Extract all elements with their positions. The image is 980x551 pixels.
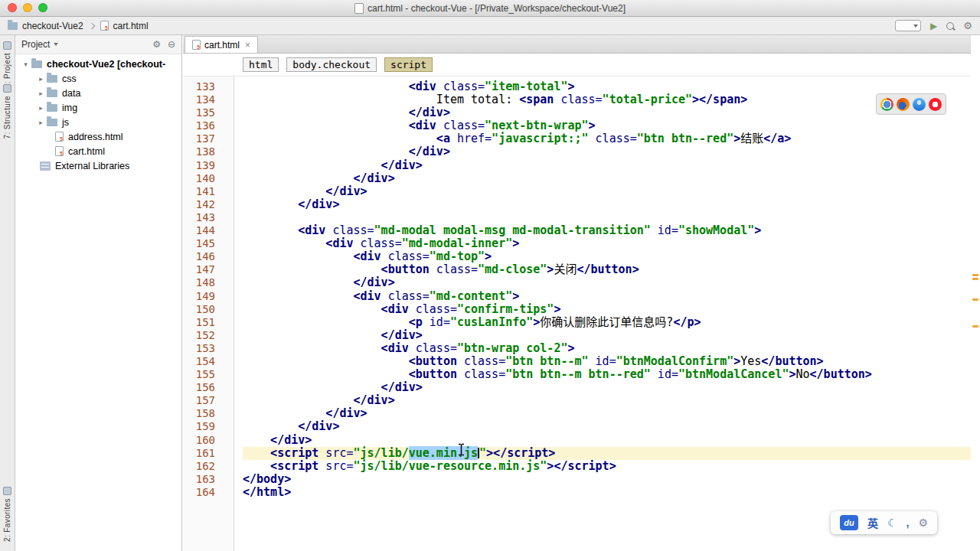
nav-file[interactable]: cart.html (113, 21, 149, 31)
run-icon[interactable]: ▶ (930, 21, 937, 31)
chevron-right-icon[interactable]: ▸ (37, 119, 45, 126)
chevron-down-icon[interactable] (54, 43, 58, 46)
chevron-right-icon[interactable]: ▸ (37, 75, 45, 83)
code-token: "md-top" (430, 249, 485, 263)
code-line[interactable]: <p id="cusLanInfo">你确认删除此订单信息吗?</p> (243, 316, 971, 329)
ime-punctuation-toggle[interactable]: , (906, 517, 910, 529)
tree-item-data[interactable]: ▸ data (15, 86, 181, 100)
tree-item-address-html[interactable]: address.html (15, 129, 181, 144)
code-token: <div (381, 302, 416, 316)
nav-project[interactable]: checkout-Vue2 (22, 21, 83, 31)
chevron-down-icon[interactable]: ▾ (21, 60, 30, 68)
code-line[interactable]: <div class="btn-wrap col-2"> (243, 342, 971, 355)
code-line[interactable]: <button class="btn btn--m btn--red" id="… (243, 368, 971, 381)
breadcrumb-body-checkout[interactable]: body.checkout (286, 57, 377, 72)
chevron-right-icon[interactable]: ▸ (37, 104, 45, 112)
moon-icon[interactable]: ☾ (887, 517, 897, 528)
code-line[interactable]: </div> (243, 198, 971, 211)
code-token: 结账 (740, 132, 763, 145)
code-line[interactable]: <div class="item-total"> (243, 80, 971, 93)
tree-item-external-libraries[interactable]: External Libraries (15, 158, 181, 173)
code-token: id= (430, 315, 450, 329)
code-line[interactable]: </body> (243, 473, 971, 486)
scrollbar-marker[interactable] (972, 274, 978, 276)
baidu-ime-icon[interactable]: du (840, 515, 858, 530)
collapse-all-icon[interactable]: ⊖ (168, 40, 175, 49)
breadcrumb-html[interactable]: html (243, 57, 279, 72)
code-line[interactable]: <div class="md-modal modal-msg md-modal-… (243, 224, 971, 237)
code-token: <div (409, 119, 443, 132)
scrollbar-marker[interactable] (972, 298, 978, 301)
firefox-icon[interactable] (897, 98, 910, 111)
breadcrumb-script[interactable]: script (384, 57, 433, 72)
line-number: 159 (183, 420, 234, 433)
ime-toolbar[interactable]: du 英 ☾ , ⚙ (831, 511, 937, 534)
code-line[interactable] (243, 211, 971, 224)
error-stripe[interactable] (971, 35, 980, 551)
code-line[interactable]: </div> (243, 185, 971, 198)
code-token: class= (332, 223, 374, 237)
code-line[interactable]: </div> (243, 106, 971, 119)
code-token: </div> (409, 145, 450, 158)
code-line[interactable]: <a href="javascript:;" class="btn btn--r… (243, 132, 971, 145)
tree-item-root[interactable]: ▾ checkout-Vue2 [checkout- (15, 57, 181, 71)
scrollbar-marker[interactable] (972, 278, 978, 280)
code-line[interactable]: Item total: <span class="total-price"></… (243, 93, 971, 106)
code-line[interactable]: </div> (243, 145, 971, 158)
zoom-window-button[interactable] (38, 3, 47, 12)
code-line[interactable]: <div class="md-content"> (243, 290, 971, 303)
tool-button-favorites[interactable]: 2: Favorites (0, 487, 15, 542)
code-line[interactable]: <script src="js/lib/vue.min.js"></script… (243, 447, 971, 460)
code-line[interactable]: </div> (243, 420, 971, 433)
code-line[interactable]: </div> (243, 381, 971, 394)
code-line[interactable]: </div> (243, 159, 971, 172)
close-window-button[interactable] (8, 3, 17, 12)
tool-button-structure[interactable]: 7: Structure (0, 84, 15, 139)
code-line[interactable]: <script src="js/lib/vue-resource.min.js"… (243, 460, 971, 473)
tree-item-img[interactable]: ▸ img (15, 100, 181, 115)
tool-button-project[interactable]: 1: Project (0, 41, 15, 88)
tree-item-js[interactable]: ▸ js (15, 115, 181, 129)
code-line[interactable]: <button class="btn btn--m" id="btnModalC… (243, 355, 971, 368)
tree-item-label: cart.html (68, 146, 105, 157)
run-config-dropdown[interactable] (895, 20, 921, 31)
minimize-window-button[interactable] (23, 3, 32, 12)
ime-language-toggle[interactable]: 英 (867, 515, 878, 530)
code-line[interactable]: </div> (243, 394, 971, 407)
code-line[interactable]: <div class="md-modal-inner"> (243, 237, 971, 250)
code-token: "btn btn--m" (505, 354, 588, 368)
opera-icon[interactable] (929, 98, 942, 111)
code-line[interactable]: </div> (243, 172, 971, 185)
gear-icon[interactable]: ⚙ (152, 40, 161, 49)
close-icon[interactable]: × (245, 41, 250, 50)
code-line[interactable]: </div> (243, 276, 971, 289)
chrome-icon[interactable] (880, 98, 893, 111)
settings-icon[interactable]: ⚙ (963, 21, 972, 31)
scrollbar-marker[interactable] (972, 325, 978, 328)
tab-cart-html[interactable]: cart.html × (185, 36, 258, 53)
code-token: "item-total" (485, 80, 567, 93)
panel-title[interactable]: Project (21, 39, 50, 50)
code-line[interactable]: </div> (243, 329, 971, 342)
chevron-right-icon[interactable]: ▸ (37, 90, 45, 97)
code-line[interactable]: </div> (243, 434, 971, 447)
code-editor[interactable]: 1331341351361371381391401411421431441451… (183, 77, 980, 551)
tree-item-label: js (62, 117, 69, 128)
code-line[interactable]: </div> (243, 407, 971, 420)
code-line[interactable]: <button class="md-close">关闭</button> (243, 263, 971, 276)
code-line[interactable]: </html> (243, 486, 971, 499)
safari-icon[interactable] (913, 98, 926, 111)
line-number: 139 (183, 159, 234, 172)
code-token: class= (443, 119, 485, 132)
code-line[interactable]: <div class="md-top"> (243, 250, 971, 263)
code-token: No (795, 367, 809, 381)
html-file-icon (55, 146, 64, 156)
code-line[interactable]: <div class="next-btn-wrap"> (243, 119, 971, 132)
line-number: 146 (183, 250, 234, 263)
code-line[interactable]: <div class="confirm-tips"> (243, 303, 971, 316)
tree-item-cart-html[interactable]: cart.html (15, 144, 181, 158)
search-icon[interactable] (946, 22, 954, 30)
tree-item-css[interactable]: ▸ css (15, 71, 181, 86)
code-token: id= (589, 354, 616, 368)
gear-icon[interactable]: ⚙ (918, 517, 928, 528)
